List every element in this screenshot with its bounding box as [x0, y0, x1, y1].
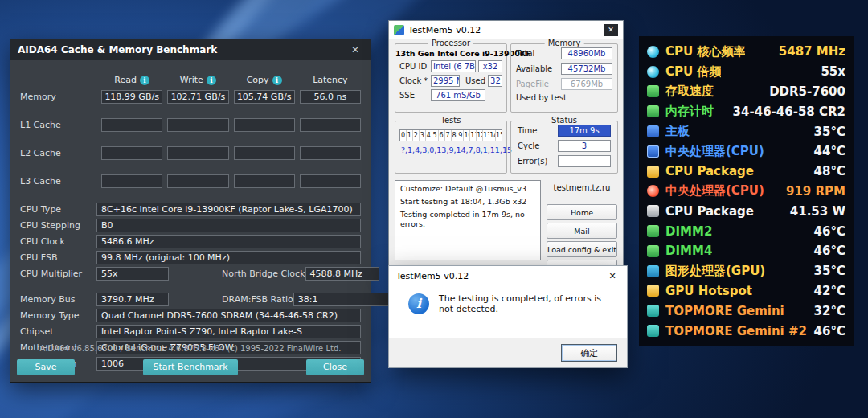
cpu-fsb-value: 99.8 MHz (original: 100 MHz) [96, 251, 361, 264]
sensor-value: 46°C [814, 224, 845, 239]
dialog-titlebar[interactable]: TestMem5 v0.12 ✕ [389, 266, 627, 285]
minimize-icon[interactable]: — [587, 26, 600, 35]
chipset-value: Intel Raptor Point-S Z790, Intel Raptor … [96, 325, 361, 338]
north-bridge-clock-value: 4588.8 MHz [305, 267, 379, 281]
used-by-test-row: Used by test [516, 93, 612, 102]
cpu-clock-label: CPU Clock [20, 236, 96, 247]
testmem5-close-icon[interactable]: ✕ [604, 24, 618, 36]
memory-write-value: 102.71 GB/s [167, 90, 228, 104]
memory-group-label: Memory [545, 39, 584, 47]
ram-speed-icon [647, 85, 659, 97]
errors-row: Error(s) [518, 155, 611, 167]
log-line: Testing completed in 17m 9s, no errors. [400, 210, 535, 231]
cpu-power-icon [647, 205, 659, 217]
cpu-clock-row: CPU Clock 5486.6 MHz [20, 235, 361, 248]
log-line: Customize: Default @1usmus_v3 [400, 184, 535, 195]
read-header: Read [114, 75, 137, 85]
chipset-label: Chipset [20, 326, 96, 337]
cpu-id-label: CPU ID [399, 62, 428, 71]
drive2-temp-icon [647, 325, 659, 337]
sensor-value: 42°C [814, 284, 845, 298]
aida64-close-icon[interactable]: ✕ [347, 44, 363, 55]
used-value: 32 [488, 75, 502, 87]
sensor-label: CPU 核心频率 [665, 44, 745, 59]
errors-value [558, 155, 611, 167]
l2-cache-row: L2 Cache [20, 146, 361, 160]
load-config-exit-button[interactable]: Load config & exit [547, 241, 617, 257]
aida64-body: Readi Writei Copyi Latency Memory 118.99… [10, 60, 371, 382]
sensor-label: TOPMORE Gemini [665, 304, 784, 318]
start-benchmark-button[interactable]: Start Benchmark [143, 359, 237, 375]
status-groupbox: Status Time 17m 9s Cycle 3 Error(s) [510, 121, 618, 174]
sse-label: SSE [399, 91, 428, 100]
sensor-value: 919 RPM [786, 184, 845, 199]
cycle-row: Cycle 3 [518, 140, 611, 152]
used-label: Used [465, 76, 485, 85]
sensor-row-cpu-package-power: CPU Package 41.53 W [647, 201, 845, 221]
cpu-name: 13th Gen Intel Core i9-13900KF [395, 49, 506, 58]
cpu-clock-icon [647, 46, 659, 58]
l1-copy-value [234, 118, 295, 132]
mail-button[interactable]: Mail [547, 223, 617, 239]
save-button[interactable]: Save [17, 359, 75, 375]
memory-row-label: Memory [20, 92, 96, 102]
test-cell: 7 [444, 130, 451, 141]
pagefile-row: PageFile 6769Mb [516, 78, 612, 90]
dialog-body: i The testing is completed, of errors is… [389, 285, 627, 319]
cpu-fsb-label: CPU FSB [20, 252, 96, 263]
cpu-fan-icon [647, 185, 659, 197]
ok-button[interactable]: 确定 [561, 344, 617, 362]
testmem5-titlebar[interactable]: TestMem5 v0.12 — ✕ [389, 21, 623, 39]
cpu-type-label: CPU Type [20, 204, 96, 215]
cpu-id-value: Intel (6 7B7 71) [431, 60, 476, 72]
cpu-stepping-label: CPU Stepping [20, 220, 96, 231]
test-cell: 6 [438, 130, 444, 141]
sensor-row-drive1: TOPMORE Gemini 32°C [647, 301, 845, 321]
dialog-message: The testing is completed, of errors is n… [439, 293, 614, 314]
sensor-value: 48°C [814, 164, 845, 178]
test-cell: 1 [406, 130, 412, 141]
chipset-row: Chipset Intel Raptor Point-S Z790, Intel… [20, 325, 361, 338]
aida64-window-title: AIDA64 Cache & Memory Benchmark [18, 44, 347, 55]
l3-latency-value [300, 174, 361, 188]
sensor-row-cpu-clock: CPU 核心频率 5487 MHz [647, 42, 845, 62]
home-button[interactable]: Home [547, 204, 617, 220]
sensor-panel: CPU 核心频率 5487 MHz CPU 倍频 55x 存取速度 DDR5-7… [639, 36, 854, 346]
sensor-row-ram-timings: 内存计时 34-46-46-58 CR2 [647, 101, 845, 121]
status-group-label: Status [548, 116, 580, 125]
total-label: Total [516, 49, 561, 58]
processor-group-label: Processor [428, 39, 473, 47]
info-icon: i [408, 293, 429, 314]
memory-groupbox: Memory Total 48960Mb Available 45732Mb P… [510, 43, 618, 113]
sensor-row-cpu-multiplier: CPU 倍频 55x [647, 62, 845, 82]
close-button[interactable]: Close [306, 359, 364, 375]
gpu-temp-icon [647, 265, 659, 277]
drive1-temp-icon [647, 305, 659, 317]
time-label: Time [518, 126, 558, 135]
cpu-type-value: 8C+16c Intel Core i9-13900KF (Raptor Lak… [96, 203, 361, 216]
cpu-stepping-value: B0 [96, 219, 361, 232]
read-info-icon[interactable]: i [140, 76, 149, 85]
total-value: 48960Mb [561, 47, 612, 59]
used-by-test-label: Used by test [516, 93, 612, 102]
tests-groupbox: Tests 0 1 2 3 4 5 6 7 8 9 10 11 12 13 14… [395, 121, 507, 174]
time-value: 17m 9s [558, 125, 611, 137]
aida64-titlebar[interactable]: AIDA64 Cache & Memory Benchmark ✕ [10, 39, 371, 60]
copy-info-icon[interactable]: i [272, 76, 282, 85]
test-cell: 14 [489, 130, 495, 141]
aida64-button-row: Save Start Benchmark Close [17, 359, 364, 375]
sensor-value: 44°C [814, 144, 845, 158]
sensor-row-cpu-temp: 中央处理器(CPU) 44°C [647, 141, 845, 162]
pagefile-value: 6769Mb [561, 78, 612, 90]
aida64-version-footer: AIDA64 v6.85.6300 / BenchDLL 4.6.875.8-x… [10, 344, 371, 353]
clock-value: 2995 MHz [431, 75, 460, 87]
dialog-close-icon[interactable]: ✕ [605, 271, 620, 281]
memory-bench-row: Memory 118.99 GB/s 102.71 GB/s 105.74 GB… [20, 90, 361, 104]
cpu-temp-icon [647, 145, 659, 158]
sensor-row-dimm4: DIMM4 46°C [647, 241, 845, 261]
memory-type-value: Quad Channel DDR5-7600 SDRAM (34-46-46-5… [96, 309, 361, 322]
write-info-icon[interactable]: i [207, 76, 216, 85]
sse-value: 761 mS/Gb [431, 89, 485, 101]
cpu-multiplier-icon [647, 66, 659, 78]
memory-type-row: Memory Type Quad Channel DDR5-7600 SDRAM… [20, 309, 361, 322]
